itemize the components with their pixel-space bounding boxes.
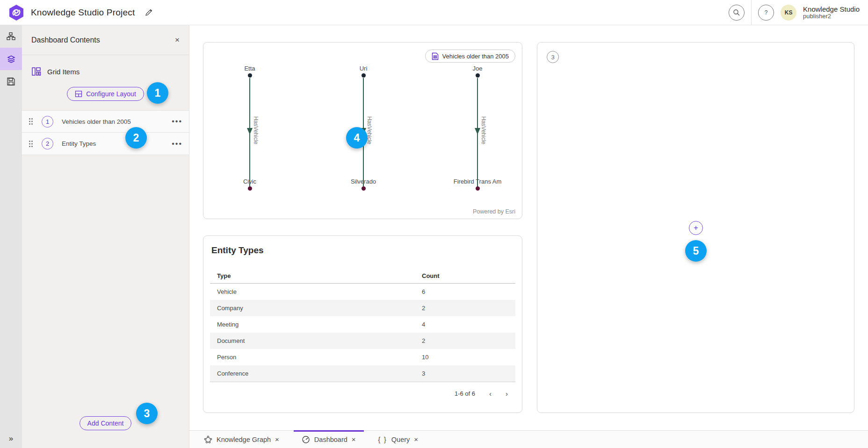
left-icon-rail: » [0,25,22,448]
table-row[interactable]: Person 10 [210,349,515,365]
panel-header: Dashboard Contents × [22,25,189,55]
entity-types-table: Type Count Vehicle 6 Company 2 Meeting 4… [210,269,515,382]
tab-knowledge-graph[interactable]: Knowledge Graph × [196,431,287,448]
list-item-entity-types[interactable]: 2 Entity Types ••• [22,133,189,155]
save-icon [7,77,15,86]
cell-type: Vehicle [217,288,422,295]
search-icon [733,9,740,16]
annotation-badge-1: 1 [147,82,168,104]
node-dot[interactable] [362,186,366,191]
query-braces-icon: { } [378,436,387,443]
next-page-button[interactable]: › [506,390,508,398]
user-role: publisher2 [803,13,860,20]
hierarchy-icon [7,32,16,41]
tab-query[interactable]: { } Query × [370,431,427,448]
configure-layout-button[interactable]: Configure Layout [67,87,144,101]
drag-handle-icon[interactable] [29,140,33,148]
item-label: Vehicles older than 2005 [62,118,172,125]
cell-type: Document [217,337,422,344]
table-row[interactable]: Company 2 [210,300,515,316]
tab-dashboard[interactable]: Dashboard × [294,430,364,448]
grid-items-header: Grid Items [22,55,189,77]
table-header-row: Type Count [210,269,515,284]
cell-count: 6 [422,288,508,295]
entity-types-widget[interactable]: Entity Types Type Count Vehicle 6 Compan… [203,235,522,413]
expand-rail-button[interactable]: » [0,434,22,443]
dashboard-gauge-icon [302,435,310,444]
rail-item-hierarchy[interactable] [0,25,22,48]
grid-items-icon [31,66,42,77]
app-header: Knowledge Studio Project ? KS Knowledge … [0,0,868,25]
bottom-tab-bar: Knowledge Graph × Dashboard × { } Query … [189,430,868,448]
graph-node-civic[interactable]: Civic [212,178,287,191]
node-label: Firebird Trans Am [440,178,515,185]
cell-type: Conference [217,370,422,377]
table-row[interactable]: Conference 3 [210,365,515,382]
table-row[interactable]: Vehicle 6 [210,284,515,300]
edge-label: HasVehicle [253,116,259,144]
grid-items-label: Grid Items [47,68,80,76]
user-name: Knowledge Studio [803,5,860,13]
edge-arrow-icon [247,128,253,135]
cell-type: Company [217,305,422,312]
item-number-badge: 2 [42,138,53,149]
tab-label: Dashboard [314,436,347,443]
add-widget-button[interactable]: + [689,221,703,235]
table-row[interactable]: Meeting 4 [210,316,515,333]
avatar[interactable]: KS [781,5,796,21]
dashboard-canvas: Vehicles older than 2005 Etta HasVehicle… [189,25,868,430]
empty-grid-slot[interactable]: 3 + [537,42,854,413]
node-label: Silverado [326,178,401,185]
tab-label: Knowledge Graph [217,436,271,443]
rail-item-contents[interactable] [0,48,22,70]
close-panel-button[interactable]: × [175,36,180,45]
edge-label: HasVehicle [480,116,487,144]
close-tab-icon[interactable]: × [275,435,279,443]
panel-title: Dashboard Contents [31,36,100,44]
configure-layout-icon [75,90,82,98]
tab-label: Query [391,436,410,443]
list-item-vehicles[interactable]: 1 Vehicles older than 2005 ••• [22,110,189,133]
node-dot[interactable] [476,186,480,191]
slot-number-badge: 3 [547,51,559,63]
cell-count: 4 [422,321,508,328]
edit-title-icon[interactable] [145,8,153,16]
add-content-button[interactable]: Add Content [80,416,132,430]
graph-edge: HasVehicle [212,43,287,220]
graph-node-silverado[interactable]: Silverado [326,178,401,191]
layers-icon [7,54,16,64]
node-label: Civic [212,178,287,185]
item-menu-button[interactable]: ••• [172,140,182,148]
cell-count: 2 [422,337,508,344]
node-dot[interactable] [248,186,252,191]
graph-edge: HasVehicle [440,43,515,220]
knowledge-graph-icon [204,435,212,444]
annotation-badge-3: 3 [136,403,158,424]
help-button[interactable]: ? [758,5,774,21]
annotation-badge-4: 4 [346,127,368,149]
cell-count: 10 [422,354,508,361]
prev-page-button[interactable]: ‹ [489,390,492,398]
close-tab-icon[interactable]: × [414,435,418,443]
user-info[interactable]: Knowledge Studio publisher2 [803,5,860,20]
graph-node-firebird[interactable]: Firebird Trans Am [440,178,515,191]
pagination-label: 1-6 of 6 [455,390,475,397]
annotation-badge-5: 5 [685,240,707,262]
item-menu-button[interactable]: ••• [172,117,182,126]
close-tab-icon[interactable]: × [352,435,356,443]
column-header-count[interactable]: Count [422,272,508,279]
annotation-badge-2: 2 [125,127,147,149]
table-row[interactable]: Document 2 [210,333,515,349]
configure-layout-label: Configure Layout [86,90,136,98]
cell-count: 2 [422,305,508,312]
rail-item-save[interactable] [0,70,22,92]
cell-type: Meeting [217,321,422,328]
item-label: Entity Types [62,140,172,147]
search-button[interactable] [729,5,745,21]
page-title: Knowledge Studio Project [31,7,135,18]
drag-handle-icon[interactable] [29,118,33,125]
add-content-label: Add Content [87,420,124,427]
cell-type: Person [217,354,422,361]
column-header-type[interactable]: Type [217,272,422,279]
esri-attribution: Powered by Esri [473,208,515,215]
